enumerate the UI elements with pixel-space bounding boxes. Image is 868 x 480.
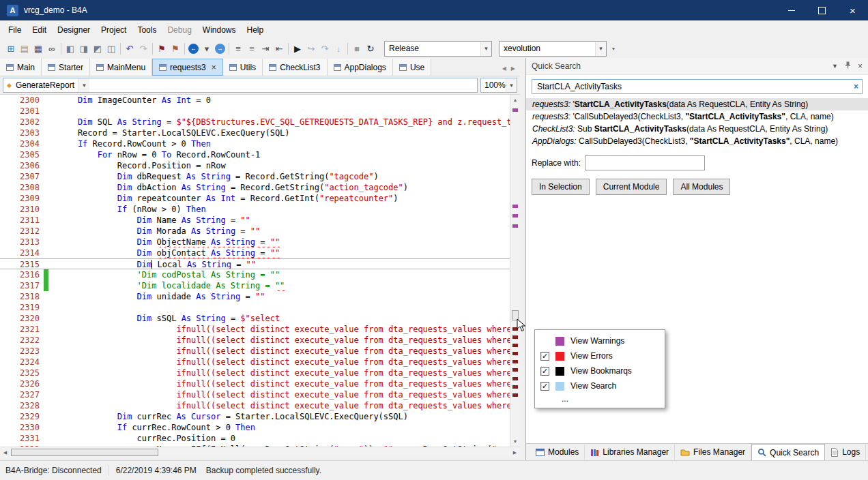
code-line[interactable]: 2328ifnull((select distinct execute_valu… [0,400,510,411]
code-line[interactable]: 2302Dim SQL As String = $"${DBStructures… [0,117,510,127]
code-line[interactable]: 2322ifnull((select distinct execute_valu… [0,335,510,346]
toolbar-overflow-icon[interactable]: ▾ [612,46,615,52]
clear-search-icon[interactable]: × [854,82,858,91]
panel-menu-icon[interactable]: ▼ [832,63,838,70]
code-line[interactable]: 2301 [0,106,510,117]
popup-item[interactable]: View Warnings [535,333,665,348]
code-line[interactable]: 2314Dim objContact As String = "" [0,247,510,258]
tab-main[interactable]: Main [0,59,42,76]
code-line[interactable]: 2324ifnull((select distinct execute_valu… [0,357,510,368]
panel-splitter[interactable] [520,58,525,460]
code-editor[interactable]: 2300Dim ImageCounter As Int = 023012302D… [0,95,520,447]
code-line[interactable]: 2308Dim dbAction As String = Record.GetS… [0,182,510,193]
search-input[interactable] [536,81,854,92]
new-module-icon[interactable]: ⊞ [4,42,18,55]
tab-utils[interactable]: Utils [223,59,263,76]
logs-window-icon[interactable]: ◩ [91,42,104,55]
stop-icon[interactable]: ■ [350,42,364,55]
all-modules-button[interactable]: All Modules [673,179,730,195]
menu-item-help[interactable]: Help [242,22,270,38]
tab-mainmenu[interactable]: MainMenu [90,59,152,76]
search-result[interactable]: requests3: 'StartCLA_ActivityTasks(data … [526,98,868,110]
tab-requests3[interactable]: requests3× [152,59,223,76]
in-selection-button[interactable]: In Selection [532,179,590,195]
code-line[interactable]: 2327ifnull((select distinct execute_valu… [0,389,510,400]
menu-item-file[interactable]: File [3,22,27,38]
code-line[interactable]: 2300Dim ImageCounter As Int = 0 [0,95,510,106]
undo-icon[interactable]: ↶ [123,42,136,55]
find-in-modules-icon[interactable]: ∞ [45,42,59,55]
visual-designer-icon[interactable]: ◨ [77,42,91,55]
resume-icon[interactable]: ↪ [304,42,318,55]
close-button[interactable]: × [837,0,868,20]
comment-icon[interactable]: ≡ [231,42,245,55]
code-line[interactable]: 2303Record = Starter.LocalSQLEVC.ExecQue… [0,127,510,138]
code-line[interactable]: 2307Dim dbRequest As String = Record.Get… [0,171,510,182]
scroll-up-icon[interactable]: ▲ [510,95,520,105]
search-result[interactable]: CheckList3: Sub StartCLA_ActivityTasks(d… [526,123,868,135]
indent-icon[interactable]: ⇥ [259,42,272,55]
code-line[interactable]: 2330If currRec.RowCount > 0 Then [0,422,510,433]
pin-icon[interactable] [844,61,852,71]
tab-close-icon[interactable]: × [212,63,216,72]
popup-more-item[interactable]: ... [535,393,665,404]
tab-use[interactable]: Use [393,59,431,76]
code-line[interactable]: 2316'Dim codPostal As String = "" [0,269,510,280]
build-configuration-select[interactable]: Release ▼ [384,41,492,57]
code-line[interactable]: 2313Dim ObjectName As String = "" [0,237,510,247]
tab-checklist3[interactable]: CheckList3 [263,59,327,76]
vertical-scrollbar[interactable]: ▲ ▼ [510,95,520,447]
checkbox[interactable]: ✓ [540,352,549,361]
search-result[interactable]: requests3: 'CallSubDelayed3(CheckList3, … [526,110,868,123]
build-target-select[interactable]: xevolution ▼ [499,41,607,57]
menu-item-edit[interactable]: Edit [27,22,52,38]
tab-logs[interactable]: Logs [825,445,866,460]
code-line[interactable]: 2319 [0,302,510,313]
minimize-button[interactable] [776,0,807,20]
vertical-scroll-thumb[interactable] [512,310,519,320]
code-line[interactable]: 2326ifnull((select distinct execute_valu… [0,378,510,389]
bookmark-icon[interactable]: ⚑ [155,42,169,55]
scroll-right-icon[interactable]: ▶ [510,447,520,457]
popup-item[interactable]: ✓View Errors [535,348,665,363]
menu-item-project[interactable]: Project [96,22,132,38]
code-line[interactable]: 2305For nRow = 0 To Record.RowCount-1 [0,149,510,160]
code-line[interactable]: 2310If (nRow > 0) Then [0,204,510,215]
save-icon[interactable]: ▦ [31,42,45,55]
tab-starter[interactable]: Starter [42,59,90,76]
code-line[interactable]: 2317'Dim localidade As String = "" [0,280,510,291]
current-module-button[interactable]: Current Module [596,179,667,195]
uncomment-icon[interactable]: ≡ [245,42,259,55]
maximize-button[interactable] [807,0,837,20]
run-icon[interactable]: ▶ [291,42,304,55]
code-line[interactable]: 2331currRec.Position = 0 [0,433,510,444]
code-line[interactable]: 2323ifnull((select distinct execute_valu… [0,346,510,357]
code-line[interactable]: 2309Dim repeatcounter As Int = Record.Ge… [0,193,510,204]
code-line[interactable]: 2312Dim Morada As String = "" [0,226,510,237]
scroll-left-icon[interactable]: ◀ [0,447,10,457]
tab-files-manager[interactable]: Files Manager [675,445,751,460]
code-line[interactable]: 2321ifnull((select distinct execute_valu… [0,324,510,335]
code-line[interactable]: 2315Dim Local As String = "" [0,258,510,269]
tab-scroll-right-icon[interactable]: ▶ [511,65,515,72]
back-history-icon[interactable]: ▾ [200,42,214,55]
code-line[interactable]: 2329Dim currRec As Cursor = Starter.Loca… [0,411,510,422]
modules-window-icon[interactable]: ◫ [104,42,118,55]
tab-appdialogs[interactable]: AppDialogs [328,59,393,76]
horizontal-scrollbar[interactable]: ◀ ▶ [0,447,520,457]
tab-libraries-manager[interactable]: Libraries Manager [585,445,675,460]
outdent-icon[interactable]: ⇤ [272,42,286,55]
vertical-scroll-track[interactable] [510,105,520,436]
redo-icon[interactable]: ↷ [136,42,150,55]
tab-modules[interactable]: Modules [530,445,585,460]
code-line[interactable]: 2325ifnull((select distinct execute_valu… [0,368,510,378]
code-line[interactable]: 2306Record.Position = nRow [0,160,510,171]
code-line[interactable]: 2318Dim unidade As String = "" [0,291,510,302]
search-result[interactable]: AppDialogs: CallSubDelayed3(CheckList3, … [526,135,868,147]
tab-quick-search[interactable]: Quick Search [751,444,825,460]
method-selector[interactable]: ◆ GenerateReport ▼ [3,78,478,93]
popup-item[interactable]: ✓View Bookmarqs [535,363,665,378]
zoom-selector[interactable]: 100% ▼ [480,78,517,93]
checkbox[interactable]: ✓ [540,382,549,391]
menu-item-tools[interactable]: Tools [132,22,162,38]
